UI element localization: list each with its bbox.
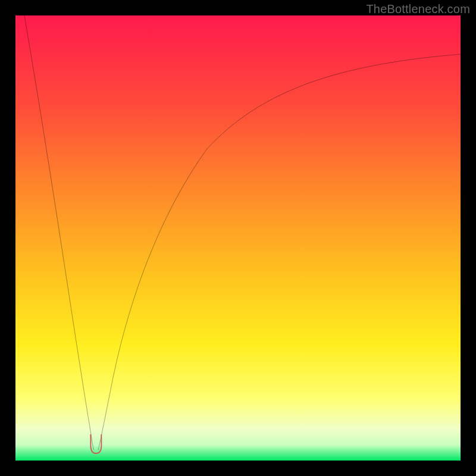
bottleneck-plot bbox=[15, 15, 461, 461]
chart-frame: TheBottleneck.com bbox=[0, 0, 476, 476]
watermark-text: TheBottleneck.com bbox=[366, 2, 470, 16]
plot-background bbox=[15, 15, 461, 461]
